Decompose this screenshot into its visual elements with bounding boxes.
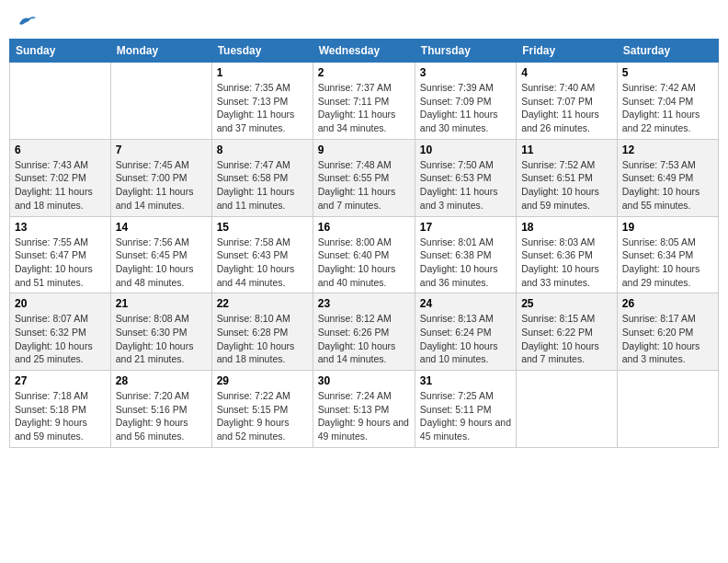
col-header-saturday: Saturday — [617, 40, 718, 63]
day-info: Sunrise: 8:00 AM Sunset: 6:40 PM Dayligh… — [318, 236, 410, 290]
day-number: 22 — [217, 297, 308, 310]
page-header — [9, 9, 719, 31]
calendar-cell: 14Sunrise: 7:56 AM Sunset: 6:45 PM Dayli… — [110, 216, 211, 293]
day-number: 5 — [622, 66, 713, 79]
day-number: 3 — [420, 66, 511, 79]
day-info: Sunrise: 7:56 AM Sunset: 6:45 PM Dayligh… — [116, 236, 207, 290]
calendar-cell: 10Sunrise: 7:50 AM Sunset: 6:53 PM Dayli… — [415, 139, 516, 216]
calendar-week-row: 27Sunrise: 7:18 AM Sunset: 5:18 PM Dayli… — [10, 371, 719, 448]
calendar-cell: 9Sunrise: 7:48 AM Sunset: 6:55 PM Daylig… — [313, 139, 415, 216]
day-info: Sunrise: 7:25 AM Sunset: 5:11 PM Dayligh… — [420, 389, 511, 443]
calendar-cell — [110, 63, 211, 140]
calendar-table: SundayMondayTuesdayWednesdayThursdayFrid… — [9, 39, 719, 448]
day-number: 18 — [521, 221, 612, 234]
col-header-friday: Friday — [517, 40, 618, 63]
day-number: 29 — [217, 374, 308, 387]
calendar-cell: 17Sunrise: 8:01 AM Sunset: 6:38 PM Dayli… — [415, 216, 516, 293]
calendar-cell: 16Sunrise: 8:00 AM Sunset: 6:40 PM Dayli… — [313, 216, 415, 293]
calendar-cell: 1Sunrise: 7:35 AM Sunset: 7:13 PM Daylig… — [211, 63, 313, 140]
day-info: Sunrise: 8:13 AM Sunset: 6:24 PM Dayligh… — [420, 312, 511, 366]
day-info: Sunrise: 8:17 AM Sunset: 6:20 PM Dayligh… — [622, 312, 713, 366]
day-info: Sunrise: 7:42 AM Sunset: 7:04 PM Dayligh… — [622, 81, 713, 135]
day-info: Sunrise: 7:35 AM Sunset: 7:13 PM Dayligh… — [217, 81, 308, 135]
calendar-cell: 30Sunrise: 7:24 AM Sunset: 5:13 PM Dayli… — [313, 371, 415, 448]
calendar-week-row: 6Sunrise: 7:43 AM Sunset: 7:02 PM Daylig… — [10, 139, 719, 216]
day-number: 27 — [15, 374, 106, 387]
day-number: 30 — [318, 374, 410, 387]
day-number: 31 — [420, 374, 511, 387]
calendar-cell: 15Sunrise: 7:58 AM Sunset: 6:43 PM Dayli… — [211, 216, 313, 293]
calendar-cell: 12Sunrise: 7:53 AM Sunset: 6:49 PM Dayli… — [617, 139, 718, 216]
col-header-thursday: Thursday — [415, 40, 516, 63]
day-number: 9 — [318, 144, 410, 156]
day-number: 11 — [521, 144, 612, 156]
day-info: Sunrise: 7:50 AM Sunset: 6:53 PM Dayligh… — [420, 158, 511, 213]
calendar-cell — [10, 63, 111, 140]
day-info: Sunrise: 7:48 AM Sunset: 6:55 PM Dayligh… — [318, 158, 410, 213]
calendar-cell: 8Sunrise: 7:47 AM Sunset: 6:58 PM Daylig… — [211, 139, 313, 216]
day-info: Sunrise: 7:52 AM Sunset: 6:51 PM Dayligh… — [521, 158, 612, 213]
calendar-cell: 2Sunrise: 7:37 AM Sunset: 7:11 PM Daylig… — [313, 63, 415, 140]
col-header-sunday: Sunday — [10, 40, 111, 63]
day-number: 7 — [116, 144, 207, 156]
day-info: Sunrise: 7:22 AM Sunset: 5:15 PM Dayligh… — [217, 389, 308, 443]
day-info: Sunrise: 7:40 AM Sunset: 7:07 PM Dayligh… — [521, 81, 612, 135]
day-number: 15 — [217, 221, 308, 234]
calendar-cell: 6Sunrise: 7:43 AM Sunset: 7:02 PM Daylig… — [10, 139, 111, 216]
logo-bird-icon — [17, 15, 38, 29]
day-info: Sunrise: 8:07 AM Sunset: 6:32 PM Dayligh… — [15, 312, 106, 366]
calendar-cell: 23Sunrise: 8:12 AM Sunset: 6:26 PM Dayli… — [313, 293, 415, 371]
day-info: Sunrise: 7:47 AM Sunset: 6:58 PM Dayligh… — [217, 158, 308, 213]
day-number: 1 — [217, 66, 308, 79]
day-number: 10 — [420, 144, 511, 156]
day-number: 21 — [116, 297, 207, 310]
col-header-wednesday: Wednesday — [313, 40, 415, 63]
day-number: 20 — [15, 297, 106, 310]
logo — [17, 15, 38, 26]
calendar-cell: 29Sunrise: 7:22 AM Sunset: 5:15 PM Dayli… — [211, 371, 313, 448]
calendar-cell: 4Sunrise: 7:40 AM Sunset: 7:07 PM Daylig… — [517, 63, 618, 140]
day-number: 12 — [622, 144, 713, 156]
day-number: 24 — [420, 297, 511, 310]
calendar-cell: 25Sunrise: 8:15 AM Sunset: 6:22 PM Dayli… — [517, 293, 618, 371]
day-info: Sunrise: 8:05 AM Sunset: 6:34 PM Dayligh… — [622, 236, 713, 290]
day-info: Sunrise: 7:55 AM Sunset: 6:47 PM Dayligh… — [15, 236, 106, 290]
calendar-cell: 21Sunrise: 8:08 AM Sunset: 6:30 PM Dayli… — [110, 293, 211, 371]
day-number: 14 — [116, 221, 207, 234]
day-number: 28 — [116, 374, 207, 387]
day-info: Sunrise: 7:39 AM Sunset: 7:09 PM Dayligh… — [420, 81, 511, 135]
calendar-cell: 26Sunrise: 8:17 AM Sunset: 6:20 PM Dayli… — [617, 293, 718, 371]
calendar-week-row: 1Sunrise: 7:35 AM Sunset: 7:13 PM Daylig… — [10, 63, 719, 140]
day-info: Sunrise: 7:58 AM Sunset: 6:43 PM Dayligh… — [217, 236, 308, 290]
calendar-cell: 18Sunrise: 8:03 AM Sunset: 6:36 PM Dayli… — [517, 216, 618, 293]
calendar-cell: 11Sunrise: 7:52 AM Sunset: 6:51 PM Dayli… — [517, 139, 618, 216]
day-number: 8 — [217, 144, 308, 156]
day-info: Sunrise: 7:24 AM Sunset: 5:13 PM Dayligh… — [318, 389, 410, 443]
calendar-cell: 31Sunrise: 7:25 AM Sunset: 5:11 PM Dayli… — [415, 371, 516, 448]
calendar-cell: 27Sunrise: 7:18 AM Sunset: 5:18 PM Dayli… — [10, 371, 111, 448]
calendar-cell: 3Sunrise: 7:39 AM Sunset: 7:09 PM Daylig… — [415, 63, 516, 140]
day-info: Sunrise: 8:15 AM Sunset: 6:22 PM Dayligh… — [521, 312, 612, 366]
day-number: 17 — [420, 221, 511, 234]
calendar-header-row: SundayMondayTuesdayWednesdayThursdayFrid… — [10, 40, 719, 63]
day-number: 26 — [622, 297, 713, 310]
calendar-cell: 20Sunrise: 8:07 AM Sunset: 6:32 PM Dayli… — [10, 293, 111, 371]
day-number: 25 — [521, 297, 612, 310]
calendar-week-row: 13Sunrise: 7:55 AM Sunset: 6:47 PM Dayli… — [10, 216, 719, 293]
day-info: Sunrise: 7:20 AM Sunset: 5:16 PM Dayligh… — [116, 389, 207, 443]
calendar-cell: 28Sunrise: 7:20 AM Sunset: 5:16 PM Dayli… — [110, 371, 211, 448]
day-info: Sunrise: 8:03 AM Sunset: 6:36 PM Dayligh… — [521, 236, 612, 290]
day-info: Sunrise: 8:12 AM Sunset: 6:26 PM Dayligh… — [318, 312, 410, 366]
day-info: Sunrise: 7:43 AM Sunset: 7:02 PM Dayligh… — [15, 158, 106, 213]
day-info: Sunrise: 8:08 AM Sunset: 6:30 PM Dayligh… — [116, 312, 207, 366]
day-number: 2 — [318, 66, 410, 79]
calendar-week-row: 20Sunrise: 8:07 AM Sunset: 6:32 PM Dayli… — [10, 293, 719, 371]
day-number: 23 — [318, 297, 410, 310]
day-info: Sunrise: 7:53 AM Sunset: 6:49 PM Dayligh… — [622, 158, 713, 213]
calendar-cell: 13Sunrise: 7:55 AM Sunset: 6:47 PM Dayli… — [10, 216, 111, 293]
col-header-monday: Monday — [110, 40, 211, 63]
day-info: Sunrise: 8:10 AM Sunset: 6:28 PM Dayligh… — [217, 312, 308, 366]
calendar-cell: 22Sunrise: 8:10 AM Sunset: 6:28 PM Dayli… — [211, 293, 313, 371]
day-number: 6 — [15, 144, 106, 156]
calendar-cell: 7Sunrise: 7:45 AM Sunset: 7:00 PM Daylig… — [110, 139, 211, 216]
